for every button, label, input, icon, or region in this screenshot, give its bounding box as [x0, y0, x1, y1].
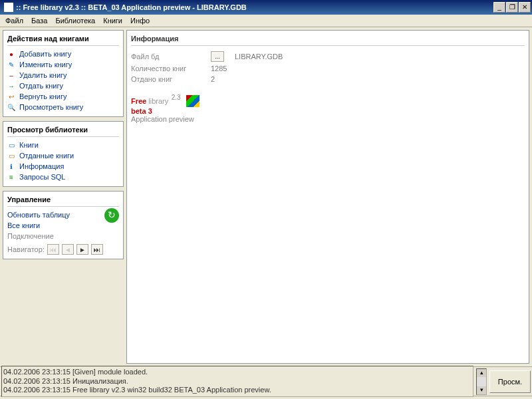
view-books[interactable]: ▭Книги — [7, 140, 119, 150]
close-button[interactable]: ✕ — [519, 2, 531, 13]
control-refresh-label: Обновить таблицу — [7, 211, 70, 219]
nav-last-button[interactable]: ⏭ — [91, 244, 103, 255]
log-pane: 04.02.2006 23:13:15 [Given] module loade… — [1, 366, 473, 397]
refresh-icon[interactable] — [104, 208, 119, 223]
action-give-book-label: Отдать книгу — [19, 82, 63, 90]
pencil-icon: ✎ — [7, 61, 15, 68]
action-give-book[interactable]: →Отдать книгу — [7, 80, 119, 91]
view-books-label: Книги — [19, 141, 39, 149]
book-icon: ▭ — [7, 141, 15, 149]
arrow-right-icon: → — [7, 82, 15, 90]
nav-first-button[interactable]: ⏮ — [47, 244, 59, 255]
app-icon — [4, 3, 13, 12]
action-edit-book[interactable]: ✎Изменить книгу — [7, 59, 119, 70]
panel-control-title: Управление — [7, 194, 119, 207]
control-connection-label: Подключение — [7, 232, 54, 240]
title-bar: :: Free library v2.3 :: BETA_03 Applicat… — [0, 0, 532, 15]
main-pane: Информация Файл бд ... LIBRARY.GDB Колич… — [126, 30, 529, 364]
view-given-books[interactable]: ▭Отданные книги — [7, 150, 119, 161]
action-add-book[interactable]: ●Добавить книгу — [7, 49, 119, 59]
info-count-label: Количество книг — [131, 65, 204, 72]
scroll-up-icon: ▴ — [477, 369, 486, 377]
logo-block: Free library 2.3 beta 3 Application prev… — [131, 94, 525, 123]
view-sql[interactable]: ≡Запросы SQL — [7, 172, 119, 182]
control-allbooks-label: Все книги — [7, 221, 40, 229]
view-button-label: Просм. — [498, 378, 522, 386]
action-view-book-label: Просмотреть книгу — [19, 103, 83, 111]
book-open-icon: ▭ — [7, 152, 15, 160]
view-info[interactable]: ℹИнформация — [7, 161, 119, 172]
scroll-down-icon: ▾ — [477, 386, 486, 394]
view-button[interactable]: Просм. — [489, 370, 531, 393]
log-line: 04.02.2006 23:13:15 Инициализация. — [3, 377, 471, 386]
log-line: 04.02.2006 23:13:15 Free library v2.3 wi… — [3, 386, 471, 395]
panel-book-actions-title: Действия над книгами — [7, 33, 119, 46]
action-add-book-label: Добавить книгу — [19, 50, 71, 58]
restore-button[interactable]: ❐ — [506, 2, 518, 13]
panel-library-view-title: Просмотр библиотеки — [7, 124, 119, 137]
window-title: :: Free library v2.3 :: BETA_03 Applicat… — [16, 3, 247, 11]
info-icon: ℹ — [7, 162, 15, 170]
log-line: 04.02.2006 23:13:15 [Given] module loade… — [3, 368, 471, 377]
menu-books[interactable]: Книги — [103, 17, 122, 25]
action-delete-book[interactable]: –Удалить книгу — [7, 70, 119, 80]
info-file-value: LIBRARY.GDB — [235, 53, 283, 61]
search-icon: 🔍 — [7, 103, 15, 111]
view-sql-label: Запросы SQL — [19, 173, 65, 181]
logo-version: 2.3 — [172, 94, 181, 101]
logo-free: Free — [131, 97, 146, 105]
minus-icon: – — [7, 71, 15, 79]
action-return-book-label: Вернуть книгу — [19, 92, 67, 100]
browse-button[interactable]: ... — [211, 51, 224, 62]
logo-beta: beta 3 — [131, 107, 525, 115]
info-given-label: Отдано книг — [131, 75, 204, 83]
plus-icon: ● — [7, 50, 15, 58]
minimize-button[interactable]: _ — [493, 2, 505, 13]
info-file-label: Файл бд — [131, 53, 204, 61]
info-title: Информация — [131, 35, 525, 46]
menu-file[interactable]: Файл — [5, 17, 23, 25]
info-count-value: 1285 — [211, 65, 227, 72]
nav-next-button[interactable]: ► — [76, 244, 88, 255]
action-return-book[interactable]: ↩Вернуть книгу — [7, 91, 119, 102]
sql-icon: ≡ — [7, 173, 15, 181]
bottom-bar: 04.02.2006 23:13:15 [Given] module loade… — [0, 366, 532, 396]
view-given-books-label: Отданные книги — [19, 152, 74, 160]
action-view-book[interactable]: 🔍Просмотреть книгу — [7, 102, 119, 112]
control-allbooks[interactable]: Все книги — [7, 220, 104, 231]
logo-subtitle: Application preview — [131, 115, 525, 123]
panel-control: Управление Обновить таблицу Все книги По… — [3, 191, 124, 259]
panel-book-actions: Действия над книгами ●Добавить книгу ✎Из… — [3, 30, 124, 117]
action-edit-book-label: Изменить книгу — [19, 61, 72, 68]
log-scrollbar[interactable]: ▴▾ — [476, 368, 487, 395]
menu-info[interactable]: Инфо — [130, 17, 150, 25]
arrow-left-icon: ↩ — [7, 92, 15, 100]
info-given-value: 2 — [211, 75, 215, 83]
navigator-label: Навигатор: — [7, 245, 45, 253]
logo-library: library — [146, 97, 168, 105]
control-refresh[interactable]: Обновить таблицу — [7, 209, 119, 220]
view-info-label: Информация — [19, 162, 64, 170]
menu-base[interactable]: База — [31, 17, 47, 25]
nav-prev-button[interactable]: ◄ — [62, 244, 74, 255]
control-connection[interactable]: Подключение — [7, 231, 119, 241]
menu-bar: Файл База Библиотека Книги Инфо — [0, 15, 532, 27]
windows-flag-icon — [186, 95, 200, 107]
action-delete-book-label: Удалить книгу — [19, 71, 67, 79]
navigator-row: Навигатор: ⏮ ◄ ► ⏭ — [7, 244, 119, 255]
window-controls: _ ❐ ✕ — [493, 2, 531, 13]
sidebar: Действия над книгами ●Добавить книгу ✎Из… — [0, 27, 126, 366]
menu-library[interactable]: Библиотека — [55, 17, 95, 25]
panel-library-view: Просмотр библиотеки ▭Книги ▭Отданные кни… — [3, 121, 124, 187]
